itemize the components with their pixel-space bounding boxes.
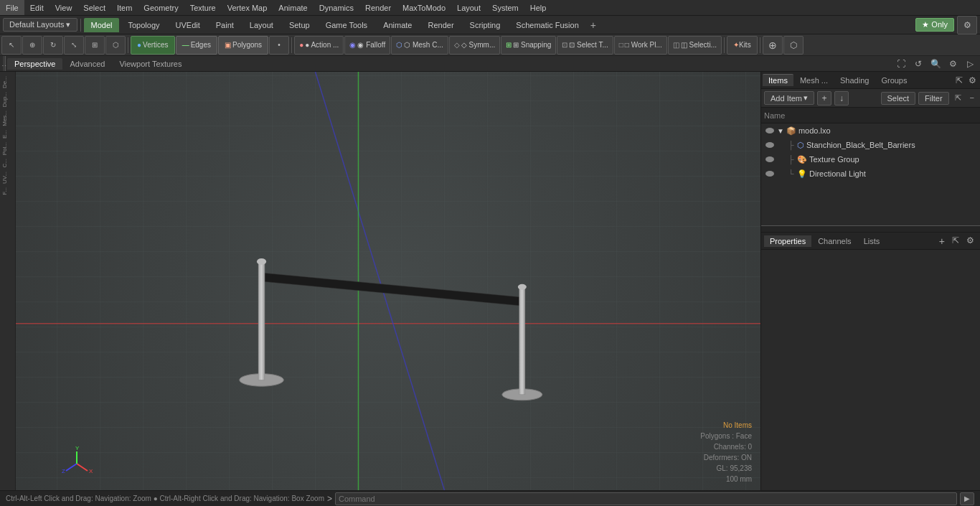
- default-layouts-button[interactable]: Default Layouts ▾: [3, 18, 77, 32]
- tab-groups[interactable]: Groups: [875, 75, 913, 86]
- command-input[interactable]: [335, 492, 957, 505]
- select-tool-icon[interactable]: ↖: [1, 36, 22, 55]
- move-tool-icon[interactable]: ⊕: [22, 36, 42, 55]
- component-mode-icon[interactable]: •: [269, 36, 289, 55]
- scale-tool-icon[interactable]: ⤡: [64, 36, 84, 55]
- visibility-toggle[interactable]: [764, 168, 776, 179]
- left-panel-item-4[interactable]: Pol...: [1, 141, 14, 156]
- tab-gametools[interactable]: Game Tools: [319, 18, 375, 32]
- action-button[interactable]: ● ● Action ...: [294, 36, 344, 55]
- menu-texture[interactable]: Texture: [184, 0, 222, 15]
- tab-schematic-fusion[interactable]: Schematic Fusion: [509, 18, 585, 32]
- star-only-button[interactable]: ★ Only: [915, 18, 954, 32]
- menu-view[interactable]: View: [50, 0, 78, 15]
- list-item[interactable]: └ 💡 Directional Light: [761, 167, 980, 181]
- items-list-expand-icon[interactable]: ⇱: [952, 92, 964, 105]
- add-tab-button[interactable]: +: [590, 19, 596, 31]
- left-panel-item-1[interactable]: Dup...: [1, 90, 14, 108]
- menu-select[interactable]: Select: [77, 0, 111, 15]
- add-item-button[interactable]: Add Item ▾: [764, 91, 814, 105]
- menu-layout[interactable]: Layout: [451, 0, 486, 15]
- tab-viewport-textures[interactable]: Viewport Textures: [112, 58, 189, 70]
- tab-uvedit[interactable]: UVEdit: [169, 18, 207, 32]
- tab-channels[interactable]: Channels: [812, 235, 857, 247]
- tab-model[interactable]: Model: [84, 18, 120, 32]
- tab-topology[interactable]: Topology: [121, 18, 166, 32]
- menu-system[interactable]: System: [486, 0, 524, 15]
- viewport-collapse-button[interactable]: ‥: [3, 56, 6, 71]
- viewport-tabs: ‥ Perspective Advanced Viewport Textures…: [0, 56, 980, 72]
- items-settings-icon[interactable]: ⚙: [966, 75, 979, 85]
- props-settings-icon[interactable]: ⚙: [963, 235, 977, 247]
- left-panel-item-2[interactable]: Mes...: [1, 109, 14, 128]
- tab-scripting[interactable]: Scripting: [463, 18, 508, 32]
- snap-tool-icon[interactable]: ⬡: [105, 36, 126, 55]
- visibility-toggle[interactable]: [764, 139, 776, 151]
- tab-render[interactable]: Render: [420, 18, 461, 32]
- kits-button[interactable]: ✦ Kits: [727, 36, 758, 55]
- menu-render[interactable]: Render: [359, 0, 397, 15]
- props-expand-icon[interactable]: ⇱: [949, 235, 962, 247]
- left-panel-item-5[interactable]: C...: [1, 157, 14, 169]
- left-panel-item-3[interactable]: E...: [1, 128, 14, 140]
- filter-items-button[interactable]: Filter: [918, 92, 948, 105]
- remove-item-icon[interactable]: ↓: [834, 91, 849, 106]
- list-item[interactable]: ▼ 📦 modo.lxo: [761, 123, 980, 138]
- menu-vertexmap[interactable]: Vertex Map: [222, 0, 273, 15]
- select-tool-button[interactable]: ⊡ ⊡ Select T...: [557, 36, 613, 55]
- status-bar: Ctrl-Alt-Left Click and Drag: Navigation…: [0, 490, 980, 506]
- polygons-button[interactable]: ▣ Polygons: [218, 36, 268, 55]
- menu-edit[interactable]: Edit: [24, 0, 50, 15]
- tab-lists[interactable]: Lists: [858, 235, 886, 247]
- visibility-toggle[interactable]: [764, 125, 776, 136]
- items-expand-icon[interactable]: ⇱: [953, 75, 965, 85]
- select-items-button[interactable]: Select: [881, 92, 916, 105]
- menu-file[interactable]: File: [0, 0, 24, 15]
- menu-animate[interactable]: Animate: [273, 0, 313, 15]
- visibility-toggle[interactable]: [764, 154, 776, 165]
- viewport-reset-icon[interactable]: ↺: [911, 57, 925, 70]
- snapping-button[interactable]: ⊞ ⊞ Snapping: [501, 36, 556, 55]
- symmetry-button[interactable]: ◇ ◇ Symm...: [449, 36, 500, 55]
- menu-help[interactable]: Help: [524, 0, 552, 15]
- viewport-expand-icon[interactable]: ▷: [963, 57, 977, 70]
- tab-perspective[interactable]: Perspective: [7, 58, 62, 70]
- menu-geometry[interactable]: Geometry: [138, 0, 184, 15]
- vertices-button[interactable]: ● Vertices: [131, 36, 175, 55]
- selection-button[interactable]: ◫ ◫ Selecti...: [668, 36, 722, 55]
- left-panel-item-0[interactable]: De...: [1, 75, 14, 90]
- edges-button[interactable]: — Edges: [176, 36, 217, 55]
- tab-layout[interactable]: Layout: [242, 18, 281, 32]
- viewport-zoom-icon[interactable]: 🔍: [928, 57, 943, 70]
- tab-mesh[interactable]: Mesh ...: [794, 75, 834, 86]
- list-item[interactable]: ├ 🎨 Texture Group: [761, 152, 980, 167]
- left-panel-item-7[interactable]: F...: [1, 186, 14, 197]
- tab-paint[interactable]: Paint: [209, 18, 241, 32]
- menu-dynamics[interactable]: Dynamics: [314, 0, 359, 15]
- mesh-button[interactable]: ⬡ ⬡ Mesh C...: [391, 36, 448, 55]
- viewport[interactable]: No Items Polygons : Face Channels: 0 Def…: [16, 72, 760, 490]
- items-list-collapse-icon[interactable]: −: [967, 92, 977, 105]
- command-run-button[interactable]: ▶: [960, 492, 974, 505]
- tab-animate[interactable]: Animate: [376, 18, 419, 32]
- tab-shading[interactable]: Shading: [834, 75, 875, 86]
- viewport-fit-icon[interactable]: ⛶: [894, 57, 908, 70]
- add-item-small-icon[interactable]: +: [817, 91, 831, 106]
- menu-item[interactable]: Item: [111, 0, 138, 15]
- tab-setup[interactable]: Setup: [282, 18, 317, 32]
- falloff-button[interactable]: ◉ ◉ Falloff: [344, 36, 390, 55]
- rotate-tool-icon[interactable]: ↻: [43, 36, 63, 55]
- work-plane-button[interactable]: □ □ Work Pl...: [614, 36, 667, 55]
- left-panel-item-6[interactable]: UV...: [1, 170, 14, 185]
- viewport-settings-icon[interactable]: ⚙: [946, 57, 960, 70]
- globe-icon[interactable]: ⊕: [763, 36, 783, 55]
- settings-icon[interactable]: ⚙: [957, 16, 977, 34]
- menu-maxtomodo[interactable]: MaxToModo: [397, 0, 451, 15]
- tab-advanced[interactable]: Advanced: [62, 58, 112, 70]
- tab-properties[interactable]: Properties: [764, 235, 811, 247]
- list-item[interactable]: ├ ⬡ Stanchion_Black_Belt_Barriers: [761, 138, 980, 152]
- transform-tool-icon[interactable]: ⊞: [85, 36, 105, 55]
- tab-items[interactable]: Items: [763, 74, 793, 86]
- props-add-icon[interactable]: +: [936, 235, 948, 247]
- cube-icon[interactable]: ⬡: [783, 36, 804, 55]
